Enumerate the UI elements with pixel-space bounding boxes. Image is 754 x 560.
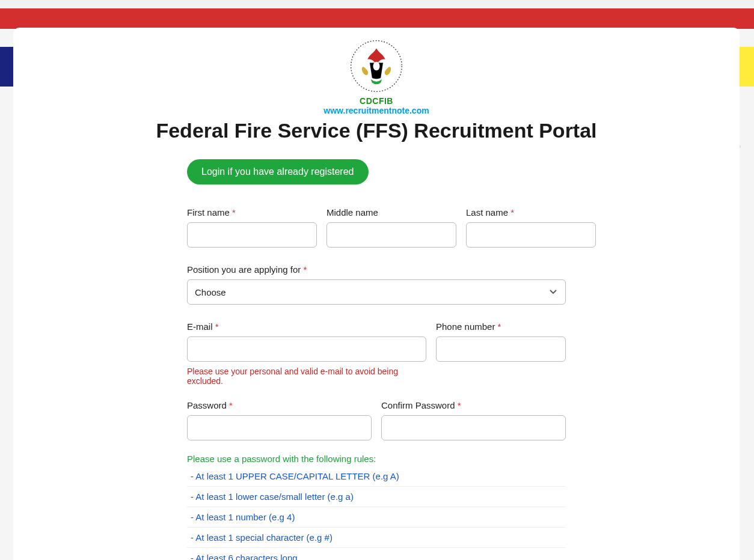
first-name-input[interactable] xyxy=(187,222,317,248)
last-name-label: Last name * xyxy=(466,207,596,218)
position-selected-value: Choose xyxy=(195,287,226,297)
cdcfib-logo xyxy=(349,38,404,94)
middle-name-input[interactable] xyxy=(326,222,456,248)
password-rules-list: - At least 1 UPPER CASE/CAPITAL LETTER (… xyxy=(187,466,566,560)
svg-point-1 xyxy=(373,62,379,71)
cdcfib-text: CDCFIB xyxy=(37,96,716,106)
password-input[interactable] xyxy=(187,415,372,440)
password-label: Password * xyxy=(187,400,372,410)
site-url: www.recruitmentnote.com xyxy=(37,106,716,115)
email-label: E-mail * xyxy=(187,321,426,332)
password-rule: - At least 1 lower case/small letter (e.… xyxy=(187,487,566,507)
password-rule: - At least 6 characters long xyxy=(187,548,566,560)
bg-accent-left xyxy=(0,47,14,87)
chevron-down-icon xyxy=(548,287,558,298)
password-rules-intro: Please use a password with the following… xyxy=(187,454,566,464)
confirm-password-input[interactable] xyxy=(381,415,566,440)
password-rule: - At least 1 special character (e.g #) xyxy=(187,528,566,548)
password-rule: - At least 1 UPPER CASE/CAPITAL LETTER (… xyxy=(187,466,566,487)
middle-name-label: Middle name xyxy=(326,207,456,218)
browser-address-bar xyxy=(0,0,754,8)
bg-accent-right xyxy=(740,47,754,87)
email-input[interactable] xyxy=(187,336,426,362)
page-title: Federal Fire Service (FFS) Recruitment P… xyxy=(37,119,716,142)
red-header-strip xyxy=(0,8,754,29)
email-warning: Please use your personal and valid e-mai… xyxy=(187,367,426,386)
phone-label: Phone number * xyxy=(436,321,566,332)
password-rule: - At least 1 number (e.g 4) xyxy=(187,507,566,528)
phone-input[interactable] xyxy=(436,336,566,362)
position-label: Position you are applying for * xyxy=(187,264,566,275)
position-select[interactable]: Choose xyxy=(187,279,566,305)
confirm-password-label: Confirm Password * xyxy=(381,400,566,410)
login-button[interactable]: Login if you have already registered xyxy=(187,159,369,184)
main-card: CDCFIB www.recruitmentnote.com Federal F… xyxy=(13,28,740,560)
first-name-label: First name * xyxy=(187,207,317,218)
last-name-input[interactable] xyxy=(466,222,596,248)
